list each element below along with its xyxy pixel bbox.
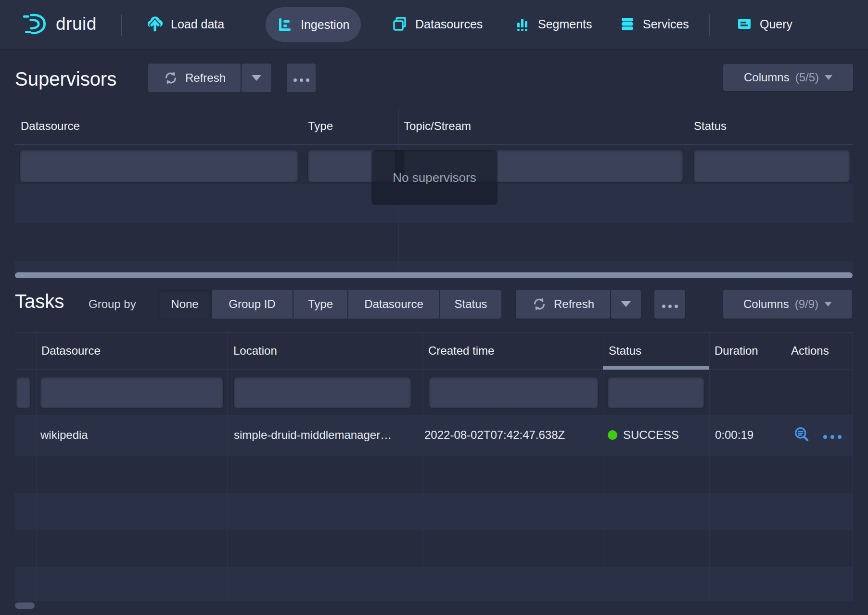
druid-logo[interactable]: druid bbox=[21, 0, 97, 48]
supervisors-more-button[interactable] bbox=[287, 64, 316, 92]
console-icon bbox=[736, 16, 753, 32]
top-nav: druid Load data bbox=[0, 0, 868, 50]
task-cell-created-time[interactable]: 2022-08-02T07:42:47.638Z bbox=[424, 415, 565, 455]
column-header-datasource[interactable]: Datasource bbox=[21, 108, 80, 144]
tasks-filter-task-id[interactable] bbox=[16, 377, 30, 408]
task-cell-duration[interactable]: 0:00:19 bbox=[715, 415, 753, 455]
gridline bbox=[302, 108, 302, 272]
group-by-none-button[interactable]: None bbox=[159, 290, 212, 319]
druid-console: druid Load data bbox=[0, 0, 868, 615]
supervisors-refresh-button[interactable]: Refresh bbox=[148, 64, 241, 92]
nav-item-label: Services bbox=[643, 17, 689, 31]
supervisors-filter-status[interactable] bbox=[694, 150, 850, 182]
task-cell-datasource[interactable]: wikipedia bbox=[40, 415, 88, 455]
gridline bbox=[852, 332, 853, 601]
tasks-refresh-dropdown-button[interactable] bbox=[611, 290, 641, 319]
table-row bbox=[15, 567, 853, 601]
tasks-refresh-button[interactable]: Refresh bbox=[516, 290, 610, 319]
group-by-group-id-button[interactable]: Group ID bbox=[212, 290, 294, 319]
tasks-table: Datasource Location Created time Status … bbox=[15, 332, 853, 601]
columns-label: Columns bbox=[744, 71, 790, 84]
column-header-actions[interactable]: Actions bbox=[791, 332, 829, 370]
nav-item-load-data[interactable]: Load data bbox=[135, 0, 236, 48]
columns-count: (9/9) bbox=[795, 297, 818, 311]
task-detail-magnifier-icon[interactable] bbox=[793, 426, 811, 444]
task-cell-status[interactable]: SUCCESS bbox=[608, 415, 679, 455]
supervisors-horizontal-scrollbar[interactable] bbox=[15, 272, 853, 278]
nav-item-label: Segments bbox=[538, 17, 592, 31]
nav-divider bbox=[121, 14, 122, 36]
header-border bbox=[15, 370, 853, 370]
group-by-status-button[interactable]: Status bbox=[440, 290, 501, 319]
nav-item-datasources[interactable]: Datasources bbox=[380, 0, 494, 48]
nav-item-label: Query bbox=[760, 17, 792, 31]
supervisors-table: Datasource Type Topic/Stream Status No s… bbox=[15, 108, 853, 278]
supervisors-title: Supervisors bbox=[15, 68, 116, 90]
ingestion-chart-icon bbox=[277, 16, 294, 33]
tasks-columns-button[interactable]: Columns (9/9) bbox=[723, 290, 852, 319]
more-icon bbox=[292, 71, 311, 85]
chevron-down-icon bbox=[825, 75, 832, 80]
brand-name: druid bbox=[56, 14, 97, 34]
tasks-filter-created-time[interactable] bbox=[429, 377, 598, 408]
stacked-squares-icon bbox=[392, 16, 408, 32]
gridline bbox=[422, 332, 423, 601]
column-header-location[interactable]: Location bbox=[233, 332, 277, 370]
bar-chart-icon bbox=[514, 16, 531, 32]
tasks-more-button[interactable] bbox=[654, 290, 685, 319]
gridline bbox=[709, 332, 710, 601]
gridline bbox=[687, 108, 687, 272]
group-by-type-button[interactable]: Type bbox=[294, 290, 348, 319]
nav-item-segments[interactable]: Segments bbox=[503, 0, 604, 48]
task-cell-actions bbox=[793, 415, 843, 455]
columns-count: (5/5) bbox=[795, 71, 819, 84]
supervisors-refresh-dropdown-button[interactable] bbox=[242, 64, 271, 92]
tasks-filter-datasource[interactable] bbox=[40, 377, 223, 408]
tasks-horizontal-scrollbar[interactable] bbox=[15, 602, 35, 609]
more-icon bbox=[661, 297, 679, 311]
success-status-dot bbox=[608, 430, 617, 440]
no-supervisors-message: No supervisors bbox=[371, 150, 498, 205]
supervisors-columns-button[interactable]: Columns (5/5) bbox=[723, 64, 853, 91]
status-label: SUCCESS bbox=[623, 428, 679, 442]
chevron-down-icon bbox=[252, 75, 261, 81]
nav-item-ingestion[interactable]: Ingestion bbox=[266, 7, 361, 42]
chevron-down-icon bbox=[621, 301, 631, 307]
supervisors-filter-datasource[interactable] bbox=[20, 150, 298, 182]
column-header-status-sorted[interactable]: Status bbox=[609, 332, 641, 370]
column-header-type[interactable]: Type bbox=[308, 108, 333, 144]
task-actions-more-icon[interactable] bbox=[821, 428, 843, 442]
column-header-created-time[interactable]: Created time bbox=[428, 332, 494, 370]
gridline bbox=[787, 332, 787, 601]
tasks-filter-location[interactable] bbox=[234, 377, 411, 408]
task-cell-location[interactable]: simple-druid-middlemanager… bbox=[234, 415, 392, 455]
nav-item-label: Ingestion bbox=[301, 18, 349, 32]
group-by-segmented-control: None Group ID Type Datasource Status bbox=[159, 290, 501, 319]
group-by-label: Group by bbox=[89, 297, 136, 311]
gridline bbox=[227, 332, 228, 601]
nav-item-label: Load data bbox=[171, 17, 224, 31]
chevron-down-icon bbox=[824, 302, 832, 307]
sort-indicator bbox=[603, 366, 709, 370]
column-header-status[interactable]: Status bbox=[694, 108, 727, 144]
database-icon bbox=[619, 16, 636, 32]
column-header-duration[interactable]: Duration bbox=[715, 332, 758, 370]
druid-logo-icon bbox=[21, 10, 50, 38]
refresh-icon bbox=[163, 70, 179, 86]
nav-item-query[interactable]: Query bbox=[725, 0, 804, 48]
nav-item-services[interactable]: Services bbox=[608, 0, 701, 48]
column-header-topic-stream[interactable]: Topic/Stream bbox=[404, 108, 471, 144]
cloud-upload-icon bbox=[146, 15, 164, 33]
gridline bbox=[603, 332, 603, 601]
header-border bbox=[15, 144, 853, 145]
tasks-filter-status[interactable] bbox=[608, 377, 704, 408]
group-by-datasource-button[interactable]: Datasource bbox=[348, 290, 440, 319]
refresh-icon bbox=[532, 296, 547, 312]
nav-divider bbox=[709, 14, 710, 36]
columns-label: Columns bbox=[743, 297, 789, 311]
gridline bbox=[36, 332, 37, 601]
column-header-datasource[interactable]: Datasource bbox=[41, 332, 101, 370]
nav-item-label: Datasources bbox=[415, 17, 483, 31]
tasks-title: Tasks bbox=[15, 291, 64, 312]
refresh-label: Refresh bbox=[554, 297, 594, 311]
